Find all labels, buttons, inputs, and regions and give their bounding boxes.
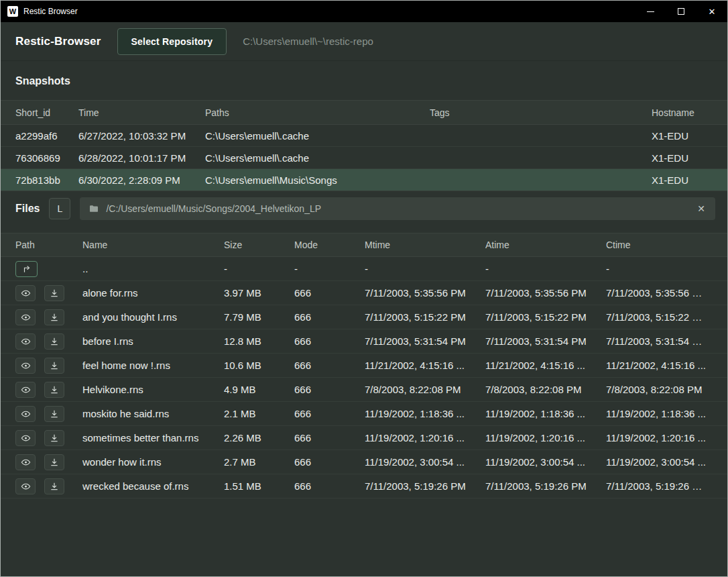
eye-icon [20, 482, 32, 491]
maximize-button[interactable] [666, 1, 696, 22]
snapshots-col-short-id: Short_id [15, 107, 78, 118]
snapshots-col-tags: Tags [430, 107, 652, 118]
download-icon [50, 337, 59, 346]
file-size: 1.51 MB [224, 480, 294, 492]
file-atime: 11/21/2002, 4:15:16 ... [485, 360, 606, 371]
parent-dir-ctime: - [606, 263, 713, 274]
parent-dir-size: - [224, 263, 294, 274]
eye-icon [20, 458, 32, 467]
files-title: Files [15, 203, 40, 215]
file-name: Helvikone.rns [82, 384, 224, 395]
files-root-button[interactable]: L [49, 198, 70, 219]
close-button[interactable]: ✕ [696, 1, 727, 22]
download-file-button[interactable] [44, 382, 64, 398]
snapshot-row[interactable]: 76306869 6/28/2022, 10:01:17 PM C:\Users… [1, 147, 727, 169]
file-size: 7.79 MB [224, 311, 294, 323]
snapshot-short-id: 76306869 [15, 152, 78, 164]
file-row: feel home now !.rns 10.6 MB 666 11/21/20… [1, 354, 727, 378]
go-to-parent-button[interactable] [15, 261, 38, 277]
file-mtime: 7/11/2003, 5:19:26 PM [365, 480, 485, 492]
maximize-icon [678, 8, 684, 15]
snapshots-col-hostname: Hostname [652, 107, 713, 118]
files-col-name: Name [82, 240, 224, 250]
file-row: moskito he said.rns 2.1 MB 666 11/19/200… [1, 402, 727, 426]
preview-file-button[interactable] [15, 358, 36, 374]
file-row: alone for.rns 3.97 MB 666 7/11/2003, 5:3… [1, 281, 727, 305]
file-mode: 666 [294, 335, 365, 347]
file-ctime: 7/8/2003, 8:22:08 PM [606, 384, 713, 395]
preview-file-button[interactable] [15, 454, 36, 470]
download-file-button[interactable] [44, 309, 64, 325]
file-path-input[interactable]: /C:/Users/emuell/Music/Songs/2004_Helvet… [80, 197, 715, 220]
download-file-button[interactable] [44, 406, 64, 422]
snapshot-time: 6/30/2022, 2:28:09 PM [78, 174, 205, 186]
download-file-button[interactable] [44, 358, 64, 374]
parent-dir-arrow-icon [21, 264, 32, 274]
download-icon [50, 313, 59, 322]
snapshot-paths: C:\Users\emuell\.cache [205, 130, 430, 142]
file-ctime: 7/11/2003, 5:19:26 PM [606, 480, 713, 492]
file-mtime: 7/8/2003, 8:22:08 PM [365, 384, 485, 395]
preview-file-button[interactable] [15, 333, 36, 350]
parent-dir-atime: - [485, 263, 606, 274]
files-col-path: Path [15, 240, 82, 250]
snapshot-short-id: a2299af6 [15, 130, 78, 142]
file-mode: 666 [294, 384, 365, 395]
file-name: and you thought I.rns [82, 311, 224, 323]
file-name: alone for.rns [82, 287, 224, 299]
download-file-button[interactable] [44, 430, 64, 446]
snapshot-row[interactable]: a2299af6 6/27/2022, 10:03:32 PM C:\Users… [1, 125, 727, 147]
file-atime: 7/8/2003, 8:22:08 PM [485, 384, 606, 395]
eye-icon [20, 313, 32, 322]
app-brand: Restic-Browser [15, 35, 101, 48]
files-bar: Files L /C:/Users/emuell/Music/Songs/200… [1, 191, 727, 226]
preview-file-button[interactable] [15, 478, 36, 494]
eye-icon [20, 288, 32, 298]
preview-file-button[interactable] [15, 430, 36, 446]
snapshot-hostname: X1-EDU [652, 130, 713, 142]
preview-file-button[interactable] [15, 382, 36, 398]
snapshot-row[interactable]: 72b813bb 6/30/2022, 2:28:09 PM C:\Users\… [1, 169, 727, 191]
file-mtime: 7/11/2003, 5:31:54 PM [365, 335, 485, 347]
app-window: W Restic Browser ✕ Restic-Browser Select… [0, 0, 728, 577]
preview-file-button[interactable] [15, 406, 36, 422]
file-ctime: 11/19/2002, 3:00:54 ... [606, 456, 713, 468]
eye-icon [20, 361, 32, 370]
file-ctime: 11/19/2002, 1:20:16 ... [606, 432, 713, 443]
file-atime: 11/19/2002, 3:00:54 ... [485, 456, 606, 468]
file-ctime: 7/11/2003, 5:31:54 PM [606, 335, 713, 347]
snapshots-table-header: Short_id Time Paths Tags Hostname [1, 100, 727, 125]
file-atime: 7/11/2003, 5:31:54 PM [485, 335, 606, 347]
eye-icon [20, 409, 32, 419]
preview-file-button[interactable] [15, 309, 36, 325]
snapshot-time: 6/28/2022, 10:01:17 PM [78, 152, 205, 164]
snapshot-hostname: X1-EDU [652, 152, 713, 164]
snapshots-col-time: Time [78, 107, 205, 118]
download-file-button[interactable] [44, 454, 64, 470]
clear-path-button[interactable]: ✕ [696, 203, 707, 214]
preview-file-button[interactable] [15, 285, 36, 301]
file-mtime: 11/21/2002, 4:15:16 ... [365, 360, 485, 371]
download-icon [50, 482, 59, 491]
file-size: 10.6 MB [224, 360, 294, 371]
files-col-mtime: Mtime [365, 240, 485, 250]
snapshot-paths: C:\Users\emuell\.cache [205, 152, 430, 164]
minimize-button[interactable] [635, 1, 666, 22]
files-table-header: Path Name Size Mode Mtime Atime Ctime [1, 233, 727, 257]
file-atime: 11/19/2002, 1:18:36 ... [485, 408, 606, 419]
file-atime: 11/19/2002, 1:20:16 ... [485, 432, 606, 443]
download-file-button[interactable] [44, 285, 64, 301]
file-mode: 666 [294, 287, 365, 299]
file-mtime: 7/11/2003, 5:15:22 PM [365, 311, 485, 323]
file-mtime: 7/11/2003, 5:35:56 PM [365, 287, 485, 299]
file-size: 2.1 MB [224, 408, 294, 419]
file-mode: 666 [294, 480, 365, 492]
select-repository-button[interactable]: Select Repository [117, 28, 227, 55]
download-file-button[interactable] [44, 333, 64, 350]
file-row: wrecked because of.rns 1.51 MB 666 7/11/… [1, 474, 727, 499]
file-size: 12.8 MB [224, 335, 294, 347]
file-ctime: 11/19/2002, 1:18:36 ... [606, 408, 713, 419]
download-file-button[interactable] [44, 478, 64, 494]
window-controls: ✕ [635, 1, 727, 22]
file-name: wrecked because of.rns [82, 480, 224, 492]
